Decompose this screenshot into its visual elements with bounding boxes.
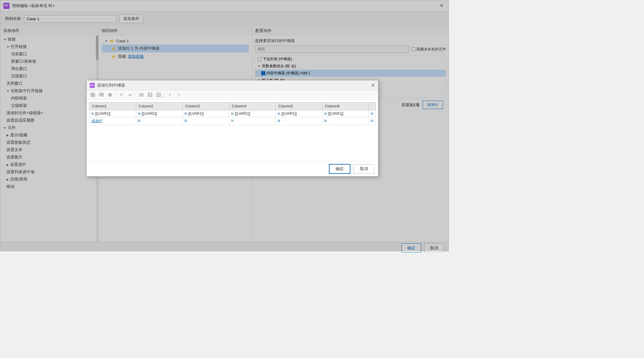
fx-button-1-3[interactable]: fx [184,112,187,115]
svg-rect-10 [140,94,143,96]
var-text-1-2: [[LVAR1]] [142,111,157,116]
table-row: fx [[LVAR1]] fx [[LVAR1]] [89,110,376,117]
modal-title: 添加行到中继器 [97,83,371,88]
fx-btn-add-6[interactable]: fx [324,119,327,123]
cell-1-2: fx [[LVAR1]] [136,110,183,117]
toolbar-down-button[interactable] [126,91,134,98]
fx-button-1-2[interactable]: fx [138,112,141,115]
cell-add-6: fx [322,117,369,125]
toolbar-sep-1 [116,92,116,98]
toolbar-rows-button[interactable] [146,91,154,98]
main-window: RP 用例编辑 <鼠标单击 时> ✕ 用例名称 添加条件 添加动作 ▼ 链接 ▼… [0,0,449,252]
col-header-4: Column4 [229,103,276,110]
toolbar-merge-button[interactable] [155,91,162,98]
toolbar-sep-3 [164,92,164,98]
toolbar-arrow-left-button[interactable] [166,91,174,98]
fx-button-1-extra[interactable]: fx [371,112,373,115]
col-header-1: Column1 [89,103,136,110]
modal-ok-button[interactable]: 确定 [329,164,350,174]
fx-btn-add-extra[interactable]: fx [371,119,373,123]
svg-rect-2 [91,95,93,97]
col-header-5: Column5 [276,103,322,110]
modal-title-bar: RP 添加行到中继器 ✕ [87,80,378,90]
cell-var-1-4: fx [[LVAR1]] [231,111,274,116]
var-text-1-6: [[LVAR1]] [328,111,343,116]
modal-icon: RP [90,83,95,88]
toolbar-move-button[interactable] [106,91,114,98]
col-header-2: Column2 [136,103,183,110]
col-header-3: Column3 [183,103,229,110]
var-text-1-1: [[LVAR1]] [95,111,111,116]
toolbar-cols-button[interactable] [138,91,145,98]
fx-button-1-6[interactable]: fx [324,112,327,115]
cell-1-3: fx [[LVAR1]] [183,110,229,117]
fx-button-1-1[interactable]: fx [91,112,94,115]
fx-button-1-5[interactable]: fx [278,112,280,115]
cell-add-2: fx [136,117,183,125]
var-text-1-3: [[LVAR1]] [188,111,204,116]
svg-rect-1 [93,93,95,95]
cell-add-3: fx [183,117,229,125]
modal-table-wrapper: Column1 Column2 Column3 Column4 Column5 … [87,100,378,161]
svg-rect-0 [91,93,93,95]
modal-toolbar [87,90,378,100]
cell-1-extra: fx [369,110,376,117]
cell-add-extra: fx [369,117,376,125]
modal-cancel-button[interactable]: 取消 [354,164,374,173]
add-row-link[interactable]: 添加行 [91,119,102,123]
cell-add-1: 添加行 [89,117,136,125]
modal-footer: 确定 取消 [87,161,378,176]
var-text-1-5: [[LVAR1]] [282,111,297,116]
cell-1-1: fx [[LVAR1]] [89,110,136,117]
cell-var-1-3: fx [[LVAR1]] [184,111,227,116]
var-text-1-4: [[LVAR1]] [235,111,250,116]
cell-add-4: fx [229,117,276,125]
modal-overlay: RP 添加行到中继器 ✕ [0,0,448,251]
cell-1-6: fx [[LVAR1]] [322,110,369,117]
cell-var-1-2: fx [[LVAR1]] [138,111,181,116]
col-header-extra [369,103,376,110]
svg-rect-3 [93,95,95,97]
toolbar-grid2-button[interactable] [98,91,105,98]
add-row-modal: RP 添加行到中继器 ✕ [86,80,378,177]
modal-table: Column1 Column2 Column3 Column4 Column5 … [89,102,376,125]
table-add-row: 添加行 fx fx fx fx [89,117,376,125]
toolbar-sep-2 [136,92,136,98]
toolbar-grid1-button[interactable] [89,91,97,98]
toolbar-up-button[interactable] [118,91,125,98]
col-header-6: Column6 [322,103,369,110]
modal-close-button[interactable]: ✕ [371,82,375,88]
fx-button-1-4[interactable]: fx [231,112,234,115]
cell-var-1-1: fx [[LVAR1]] [91,111,134,116]
cell-add-5: fx [276,117,322,125]
toolbar-arrow-right-button[interactable] [175,91,182,98]
cell-1-5: fx [[LVAR1]] [276,110,322,117]
cell-var-1-5: fx [[LVAR1]] [278,111,320,116]
cell-1-4: fx [[LVAR1]] [229,110,276,117]
cell-var-1-6: fx [[LVAR1]] [324,111,367,116]
fx-btn-add-5[interactable]: fx [278,119,280,123]
fx-btn-add-4[interactable]: fx [231,119,234,123]
fx-btn-add-2[interactable]: fx [138,119,141,123]
svg-rect-13 [148,93,152,97]
fx-btn-add-3[interactable]: fx [184,119,187,123]
